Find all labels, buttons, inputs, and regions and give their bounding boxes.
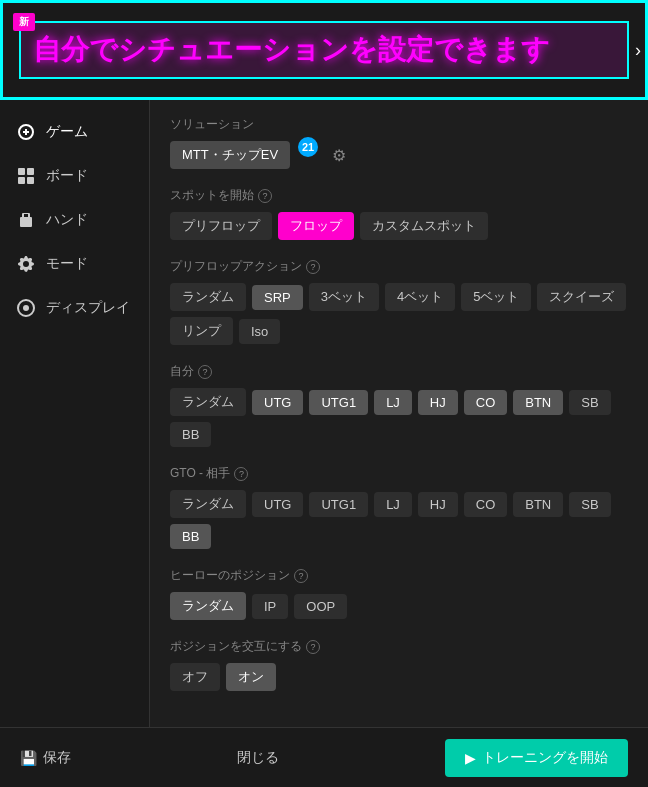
solution-label: ソリューション bbox=[170, 116, 628, 133]
preflop-iso-btn[interactable]: Iso bbox=[239, 319, 280, 344]
gto-utg-btn[interactable]: UTG bbox=[252, 492, 303, 517]
board-icon bbox=[16, 166, 36, 186]
start-training-button[interactable]: ▶ トレーニングを開始 bbox=[445, 739, 628, 777]
preflop-5bet-btn[interactable]: 5ベット bbox=[461, 283, 531, 311]
solution-badge: 21 bbox=[298, 137, 318, 157]
preflop-options: ランダム SRP 3ベット 4ベット 5ベット スクイーズ リンプ Iso bbox=[170, 283, 628, 345]
hero-pos-label: ヒーローのポジション ? bbox=[170, 567, 628, 584]
self-section: 自分 ? ランダム UTG UTG1 LJ HJ CO BTN SB BB bbox=[170, 363, 628, 447]
gto-lj-btn[interactable]: LJ bbox=[374, 492, 412, 517]
preflop-4bet-btn[interactable]: 4ベット bbox=[385, 283, 455, 311]
preflop-action-label: プリフロップアクション ? bbox=[170, 258, 628, 275]
swap-on-btn[interactable]: オン bbox=[226, 663, 276, 691]
sidebar-item-board[interactable]: ボード bbox=[0, 154, 149, 198]
spot-custom-btn[interactable]: カスタムスポット bbox=[360, 212, 488, 240]
solution-gear-btn[interactable]: ⚙ bbox=[326, 144, 352, 167]
save-button[interactable]: 💾 保存 bbox=[20, 749, 71, 767]
hero-pos-ip-btn[interactable]: IP bbox=[252, 594, 288, 619]
gto-options: ランダム UTG UTG1 LJ HJ CO BTN SB BB bbox=[170, 490, 628, 549]
self-utg-btn[interactable]: UTG bbox=[252, 390, 303, 415]
gto-utg1-btn[interactable]: UTG1 bbox=[309, 492, 368, 517]
main-content: ソリューション MTT・チップEV 21 ⚙ スポットを開始 ? プリフロップ … bbox=[150, 100, 648, 727]
display-icon bbox=[16, 298, 36, 318]
solution-row: MTT・チップEV 21 ⚙ bbox=[170, 141, 628, 169]
solution-name-btn[interactable]: MTT・チップEV bbox=[170, 141, 290, 169]
self-utg1-btn[interactable]: UTG1 bbox=[309, 390, 368, 415]
self-hj-btn[interactable]: HJ bbox=[418, 390, 458, 415]
self-btn-btn[interactable]: BTN bbox=[513, 390, 563, 415]
svg-point-4 bbox=[23, 305, 29, 311]
solution-section: ソリューション MTT・チップEV 21 ⚙ bbox=[170, 116, 628, 169]
preflop-squeeze-btn[interactable]: スクイーズ bbox=[537, 283, 626, 311]
gto-bb-btn[interactable]: BB bbox=[170, 524, 211, 549]
close-button[interactable]: 閉じる bbox=[237, 749, 279, 767]
save-icon: 💾 bbox=[20, 750, 37, 766]
hero-pos-random-btn[interactable]: ランダム bbox=[170, 592, 246, 620]
hero-pos-help-icon[interactable]: ? bbox=[294, 569, 308, 583]
svg-rect-1 bbox=[27, 168, 34, 175]
header-banner-text: 自分でシチュエーションを設定できます bbox=[19, 21, 629, 79]
self-lj-btn[interactable]: LJ bbox=[374, 390, 412, 415]
preflop-random-btn[interactable]: ランダム bbox=[170, 283, 246, 311]
start-label: トレーニングを開始 bbox=[482, 749, 608, 767]
hero-pos-oop-btn[interactable]: OOP bbox=[294, 594, 347, 619]
sidebar: ゲーム ボード ハンド モード ディスプレイ bbox=[0, 100, 150, 727]
gto-sb-btn[interactable]: SB bbox=[569, 492, 610, 517]
gto-label: GTO - 相手 ? bbox=[170, 465, 628, 482]
sidebar-display-label: ディスプレイ bbox=[46, 299, 130, 317]
spot-options: プリフロップ フロップ カスタムスポット bbox=[170, 212, 628, 240]
preflop-srp-btn[interactable]: SRP bbox=[252, 285, 303, 310]
gto-help-icon[interactable]: ? bbox=[234, 467, 248, 481]
swap-options: オフ オン bbox=[170, 663, 628, 691]
svg-rect-2 bbox=[18, 177, 25, 184]
sidebar-item-game[interactable]: ゲーム bbox=[0, 110, 149, 154]
hand-icon bbox=[16, 210, 36, 230]
preflop-3bet-btn[interactable]: 3ベット bbox=[309, 283, 379, 311]
self-sb-btn[interactable]: SB bbox=[569, 390, 610, 415]
self-co-btn[interactable]: CO bbox=[464, 390, 508, 415]
swap-section: ポジションを交互にする ? オフ オン bbox=[170, 638, 628, 691]
start-icon: ▶ bbox=[465, 750, 476, 766]
preflop-help-icon[interactable]: ? bbox=[306, 260, 320, 274]
self-help-icon[interactable]: ? bbox=[198, 365, 212, 379]
sidebar-hand-label: ハンド bbox=[46, 211, 88, 229]
sidebar-mode-label: モード bbox=[46, 255, 88, 273]
header-banner: 新 自分でシチュエーションを設定できます › bbox=[0, 0, 648, 100]
sidebar-item-mode[interactable]: モード bbox=[0, 242, 149, 286]
self-label: 自分 ? bbox=[170, 363, 628, 380]
hero-pos-section: ヒーローのポジション ? ランダム IP OOP bbox=[170, 567, 628, 620]
sidebar-game-label: ゲーム bbox=[46, 123, 88, 141]
spot-help-icon[interactable]: ? bbox=[258, 189, 272, 203]
gto-co-btn[interactable]: CO bbox=[464, 492, 508, 517]
preflop-limp-btn[interactable]: リンプ bbox=[170, 317, 233, 345]
gto-btn-btn[interactable]: BTN bbox=[513, 492, 563, 517]
sidebar-item-hand[interactable]: ハンド bbox=[0, 198, 149, 242]
svg-rect-3 bbox=[27, 177, 34, 184]
new-indicator: 新 bbox=[13, 13, 35, 31]
footer: 💾 保存 閉じる ▶ トレーニングを開始 bbox=[0, 727, 648, 787]
swap-label: ポジションを交互にする ? bbox=[170, 638, 628, 655]
spot-flop-btn[interactable]: フロップ bbox=[278, 212, 354, 240]
self-random-btn[interactable]: ランダム bbox=[170, 388, 246, 416]
spot-start-section: スポットを開始 ? プリフロップ フロップ カスタムスポット bbox=[170, 187, 628, 240]
spot-preflop-btn[interactable]: プリフロップ bbox=[170, 212, 272, 240]
save-label: 保存 bbox=[43, 749, 71, 767]
game-icon bbox=[16, 122, 36, 142]
mode-icon bbox=[16, 254, 36, 274]
swap-help-icon[interactable]: ? bbox=[306, 640, 320, 654]
gto-hj-btn[interactable]: HJ bbox=[418, 492, 458, 517]
header-chevron-icon[interactable]: › bbox=[635, 40, 641, 61]
svg-rect-0 bbox=[18, 168, 25, 175]
swap-off-btn[interactable]: オフ bbox=[170, 663, 220, 691]
self-options: ランダム UTG UTG1 LJ HJ CO BTN SB BB bbox=[170, 388, 628, 447]
gto-random-btn[interactable]: ランダム bbox=[170, 490, 246, 518]
self-bb-btn[interactable]: BB bbox=[170, 422, 211, 447]
preflop-action-section: プリフロップアクション ? ランダム SRP 3ベット 4ベット 5ベット スク… bbox=[170, 258, 628, 345]
gto-section: GTO - 相手 ? ランダム UTG UTG1 LJ HJ CO BTN SB… bbox=[170, 465, 628, 549]
spot-start-label: スポットを開始 ? bbox=[170, 187, 628, 204]
sidebar-item-display[interactable]: ディスプレイ bbox=[0, 286, 149, 330]
hero-pos-options: ランダム IP OOP bbox=[170, 592, 628, 620]
sidebar-board-label: ボード bbox=[46, 167, 88, 185]
